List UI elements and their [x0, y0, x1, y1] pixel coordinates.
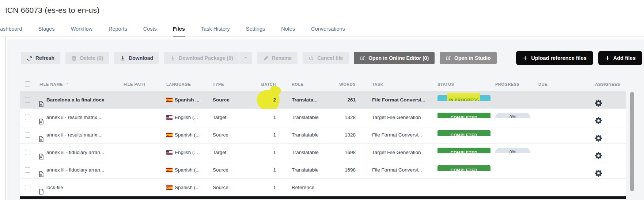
file-name: annex ii - results matrix.... — [46, 126, 121, 144]
refresh-label: Refresh — [35, 55, 54, 61]
table-row[interactable]: Wannex ii - results matrix....English (.… — [20, 109, 626, 126]
status-label: COMPLETED — [451, 115, 478, 118]
task: File Format Conversi... — [372, 126, 436, 144]
file-name: lock-file — [46, 179, 121, 196]
batch: 1 — [239, 144, 276, 161]
progress-cell: 0% — [495, 144, 530, 153]
tab-task-history[interactable]: Task History — [201, 22, 230, 36]
status-badge: COMPLETED — [437, 148, 490, 153]
status-cell: COMPLETED — [437, 126, 490, 136]
row-checkbox[interactable] — [25, 97, 30, 103]
batch: 1 — [239, 126, 276, 144]
svg-text:W: W — [40, 173, 42, 176]
refresh-button[interactable]: Refresh — [21, 52, 60, 64]
status-badge: COMPLETED — [437, 165, 490, 171]
trash-icon — [71, 55, 77, 61]
status-label: COMPLETED — [451, 168, 478, 171]
batch: 2 — [239, 91, 276, 109]
svg-text:W: W — [40, 156, 42, 158]
spain-flag-icon — [166, 98, 173, 102]
status-badge: IN PROGRESS — [437, 95, 490, 101]
status-cell: IN PROGRESS — [437, 91, 490, 101]
edit-icon — [360, 55, 365, 61]
status-label: COMPLETED — [451, 150, 478, 153]
upload-reference-files-button[interactable]: Upload reference files — [516, 51, 593, 65]
column-header-file-path[interactable]: FILE PATH — [124, 77, 160, 91]
download-package-split-group: Download Package (0) — [164, 52, 252, 64]
download-label: Download — [129, 55, 153, 61]
spain-flag-icon — [166, 185, 173, 190]
language: English (... — [175, 144, 210, 161]
status-label: IN PROGRESS — [449, 98, 479, 101]
select-all-checkbox[interactable] — [25, 81, 30, 87]
tab-stages[interactable]: Stages — [38, 22, 54, 36]
tab-files[interactable]: Files — [173, 22, 185, 36]
row-checkbox[interactable] — [25, 185, 30, 190]
table-row[interactable]: Wannex iii - fiduciary arran...Spanish (… — [20, 161, 626, 179]
table-row[interactable]: Wannex ii - results matrix....Spanish (.… — [20, 126, 626, 144]
word-count: 1328 — [319, 126, 356, 144]
download-icon — [170, 55, 175, 61]
tab-settings[interactable]: Settings — [246, 22, 265, 36]
table-row[interactable]: WBarcelona a la final.docxSpanish ...Sou… — [20, 91, 626, 109]
file-name: annex iii - fiduciary arran... — [46, 144, 121, 161]
file-name: Barcelona a la final.docx — [46, 91, 121, 109]
plus-icon — [523, 55, 528, 61]
batch: 1 — [239, 179, 276, 196]
column-header-status[interactable]: STATUS — [437, 77, 454, 91]
status-cell: COMPLETED — [437, 161, 490, 171]
table-row[interactable]: Wannex iii - fiduciary arran...English (… — [20, 144, 626, 161]
column-header-progress[interactable]: PROGRESS — [495, 77, 519, 91]
plus-icon — [605, 55, 610, 61]
status-cell: COMPLETED — [437, 144, 490, 153]
table-header-row: FILE NAMEFILE PATHLANGUAGETYPEBATCHROLEW… — [20, 77, 626, 91]
download-package-button: Download Package (0) — [164, 52, 239, 64]
add-files-label: Add files — [613, 55, 636, 61]
vertical-scrollbar[interactable] — [630, 92, 634, 191]
column-header-file-name[interactable]: FILE NAME — [39, 77, 116, 92]
cancel-file-label: Cancel file — [317, 55, 343, 61]
tab-workflow[interactable]: Workflow — [71, 22, 92, 36]
task: File Format Conversi... — [372, 161, 436, 179]
open-studio-button[interactable]: Open in Studio — [440, 52, 497, 64]
delete-button: Delete (0) — [65, 52, 109, 64]
row-checkbox[interactable] — [25, 115, 30, 120]
edit-icon — [446, 55, 451, 61]
table-body: WBarcelona a la final.docxSpanish ...Sou… — [20, 91, 626, 196]
tab-reports[interactable]: Reports — [109, 22, 127, 36]
tab-costs[interactable]: Costs — [143, 22, 157, 36]
column-header-assignees[interactable]: ASSIGNEES — [595, 77, 620, 91]
language: Spanish ... — [175, 91, 210, 109]
language: English (... — [175, 109, 210, 126]
column-header-words[interactable]: WORDS — [319, 77, 356, 91]
word-count: 261 — [319, 91, 356, 109]
page-title: ICN 66073 (es-es to en-us) — [5, 6, 99, 15]
svg-text:W: W — [40, 138, 42, 141]
add-files-button[interactable]: Add files — [598, 51, 642, 65]
table-row[interactable]: lock-fileSpanish (...Source1Reference — [20, 179, 626, 196]
task: File Format Conversi... — [372, 91, 436, 109]
file-name: annex iii - fiduciary arran... — [46, 161, 121, 179]
status-label: COMPLETED — [451, 133, 478, 136]
column-header-task[interactable]: TASK — [372, 77, 436, 91]
status-badge: COMPLETED — [437, 130, 490, 136]
column-header-due[interactable]: DUE — [538, 77, 568, 91]
files-table: FILE NAMEFILE PATHLANGUAGETYPEBATCHROLEW… — [20, 77, 626, 196]
progress-pill: 0% — [495, 113, 530, 118]
sort-asc-icon — [65, 82, 69, 87]
open-online-editor-button[interactable]: Open in Online Editor (0) — [354, 52, 435, 64]
left-edge-divider — [5, 37, 6, 200]
row-checkbox[interactable] — [25, 167, 30, 173]
row-checkbox[interactable] — [25, 150, 30, 155]
horizontal-scrollbar[interactable] — [20, 196, 626, 199]
project-files-page: ICN 66073 (es-es to en-us) ashboardStage… — [0, 0, 644, 200]
tab-conversations[interactable]: Conversations — [311, 22, 345, 36]
batch: 1 — [239, 109, 276, 126]
column-header-language[interactable]: LANGUAGE — [166, 77, 207, 91]
row-checkbox[interactable] — [25, 132, 30, 138]
download-button[interactable]: Download — [114, 52, 159, 64]
files-toolbar: RefreshDelete (0)DownloadDownload Packag… — [21, 51, 642, 65]
files-panel: RefreshDelete (0)DownloadDownload Packag… — [7, 39, 644, 200]
tab-dashboard[interactable]: ashboard — [0, 22, 22, 36]
tab-notes[interactable]: Notes — [281, 22, 295, 36]
